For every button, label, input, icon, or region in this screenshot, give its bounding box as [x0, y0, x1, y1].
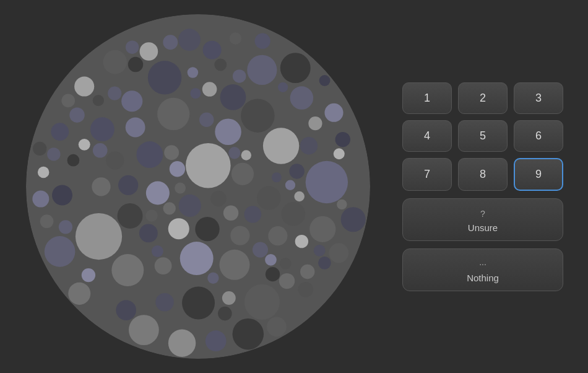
number-button-5[interactable]: 5 — [458, 120, 508, 152]
nothing-icon: ··· — [479, 259, 486, 269]
ishihara-plate — [25, 13, 371, 360]
number-button-6[interactable]: 6 — [514, 120, 563, 152]
number-button-1[interactable]: 1 — [402, 82, 452, 114]
number-button-7[interactable]: 7 — [402, 158, 452, 191]
number-button-8[interactable]: 8 — [458, 158, 508, 191]
nothing-label: Nothing — [467, 273, 499, 283]
plate-canvas — [25, 13, 371, 360]
unsure-label: Unsure — [468, 222, 498, 233]
controls-panel: 1 2 3 4 5 6 7 8 9 ? Unsure ··· Nothing — [402, 82, 563, 291]
number-button-2[interactable]: 2 — [458, 82, 508, 114]
unsure-button[interactable]: ? Unsure — [402, 198, 563, 241]
unsure-icon: ? — [480, 209, 485, 219]
number-button-9[interactable]: 9 — [514, 158, 563, 191]
number-button-4[interactable]: 4 — [402, 120, 452, 152]
number-grid: 1 2 3 4 5 6 7 8 9 — [402, 82, 563, 191]
number-button-3[interactable]: 3 — [514, 82, 563, 114]
nothing-button[interactable]: ··· Nothing — [402, 248, 563, 291]
